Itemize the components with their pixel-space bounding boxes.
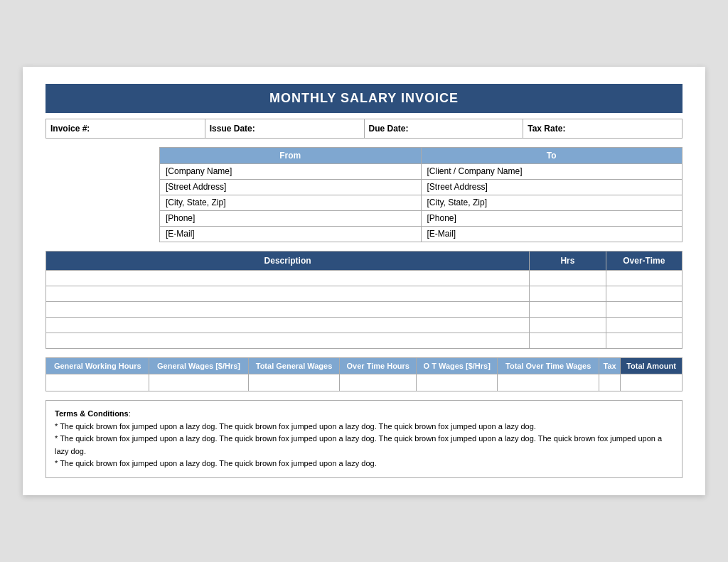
desc-table-row[interactable] bbox=[46, 318, 682, 333]
desc-cell-hrs[interactable] bbox=[530, 318, 606, 333]
to-street-address[interactable]: [Street Address] bbox=[422, 179, 682, 195]
summary-cell-totw[interactable] bbox=[498, 374, 599, 391]
due-date-cell: Due Date: bbox=[365, 119, 524, 138]
tax-rate-label: Tax Rate: bbox=[528, 124, 565, 134]
desc-cell-overtime[interactable] bbox=[606, 286, 682, 302]
col-total-general-wages: Total General Wages bbox=[248, 358, 340, 374]
from-column: From [Company Name] [Street Address] [Ci… bbox=[160, 148, 422, 242]
to-column: To [Client / Company Name] [Street Addre… bbox=[422, 148, 682, 242]
desc-cell-overtime[interactable] bbox=[606, 318, 682, 333]
from-phone[interactable]: [Phone] bbox=[160, 210, 421, 226]
tax-rate-cell: Tax Rate: bbox=[523, 119, 682, 138]
from-city-state-zip[interactable]: [City, State, Zip] bbox=[160, 195, 421, 210]
summary-cell-gwh[interactable] bbox=[46, 374, 149, 391]
summary-cell-tax[interactable] bbox=[599, 374, 621, 391]
desc-table-row[interactable] bbox=[46, 333, 682, 349]
desc-cell-overtime[interactable] bbox=[606, 333, 682, 349]
description-table: Description Hrs Over-Time bbox=[46, 251, 682, 349]
desc-cell-hrs[interactable] bbox=[530, 333, 606, 349]
col-total-over-time-wages: Total Over Time Wages bbox=[498, 358, 599, 374]
from-header: From bbox=[160, 148, 421, 163]
from-email[interactable]: [E-Mail] bbox=[160, 226, 421, 242]
terms-title: Terms & Conditions bbox=[55, 409, 129, 418]
to-company-name[interactable]: [Client / Company Name] bbox=[422, 163, 682, 179]
col-header-overtime: Over-Time bbox=[606, 252, 682, 271]
to-city-state-zip[interactable]: [City, State, Zip] bbox=[422, 195, 682, 210]
col-general-wages: General Wages [$/Hrs] bbox=[149, 358, 248, 374]
desc-cell-hrs[interactable] bbox=[530, 271, 606, 286]
desc-cell-description[interactable] bbox=[46, 286, 530, 302]
desc-cell-description[interactable] bbox=[46, 333, 530, 349]
desc-cell-description[interactable] bbox=[46, 271, 530, 286]
invoice-page: MONTHLY SALARY INVOICE Invoice #: Issue … bbox=[23, 67, 705, 495]
summary-cell-oth[interactable] bbox=[340, 374, 417, 391]
invoice-title: MONTHLY SALARY INVOICE bbox=[46, 84, 682, 113]
desc-cell-hrs[interactable] bbox=[530, 302, 606, 318]
summary-table: General Working Hours General Wages [$/H… bbox=[46, 357, 682, 391]
from-street-address[interactable]: [Street Address] bbox=[160, 179, 421, 195]
from-to-section: From [Company Name] [Street Address] [Ci… bbox=[159, 147, 682, 242]
desc-table-row[interactable] bbox=[46, 271, 682, 286]
col-general-working-hours: General Working Hours bbox=[46, 358, 149, 374]
issue-date-label: Issue Date: bbox=[210, 124, 255, 134]
desc-cell-description[interactable] bbox=[46, 302, 530, 318]
summary-cell-tgw[interactable] bbox=[248, 374, 340, 391]
col-header-hrs: Hrs bbox=[530, 252, 606, 271]
summary-table-row[interactable] bbox=[46, 374, 682, 391]
to-phone[interactable]: [Phone] bbox=[422, 210, 682, 226]
col-tax: Tax bbox=[599, 358, 621, 374]
desc-cell-description[interactable] bbox=[46, 318, 530, 333]
summary-cell-total[interactable] bbox=[621, 374, 682, 391]
desc-cell-hrs[interactable] bbox=[530, 286, 606, 302]
from-company-name[interactable]: [Company Name] bbox=[160, 163, 421, 179]
terms-lines: * The quick brown fox jumped upon a lazy… bbox=[55, 422, 662, 468]
col-ot-wages: O T Wages [$/Hrs] bbox=[417, 358, 498, 374]
to-header: To bbox=[422, 148, 682, 163]
invoice-number-label: Invoice #: bbox=[50, 124, 90, 134]
to-email[interactable]: [E-Mail] bbox=[422, 226, 682, 242]
terms-box: Terms & Conditions: * The quick brown fo… bbox=[46, 400, 682, 478]
issue-date-cell: Issue Date: bbox=[205, 119, 365, 138]
invoice-number-cell: Invoice #: bbox=[46, 119, 205, 138]
summary-cell-gw[interactable] bbox=[149, 374, 248, 391]
meta-row: Invoice #: Issue Date: Due Date: Tax Rat… bbox=[46, 119, 682, 139]
desc-table-row[interactable] bbox=[46, 302, 682, 318]
summary-cell-otw[interactable] bbox=[417, 374, 498, 391]
desc-cell-overtime[interactable] bbox=[606, 302, 682, 318]
desc-table-row[interactable] bbox=[46, 286, 682, 302]
due-date-label: Due Date: bbox=[369, 124, 409, 134]
col-total-amount: Total Amount bbox=[621, 358, 682, 374]
desc-cell-overtime[interactable] bbox=[606, 271, 682, 286]
col-header-description: Description bbox=[46, 252, 530, 271]
col-over-time-hours: Over Time Hours bbox=[340, 358, 417, 374]
